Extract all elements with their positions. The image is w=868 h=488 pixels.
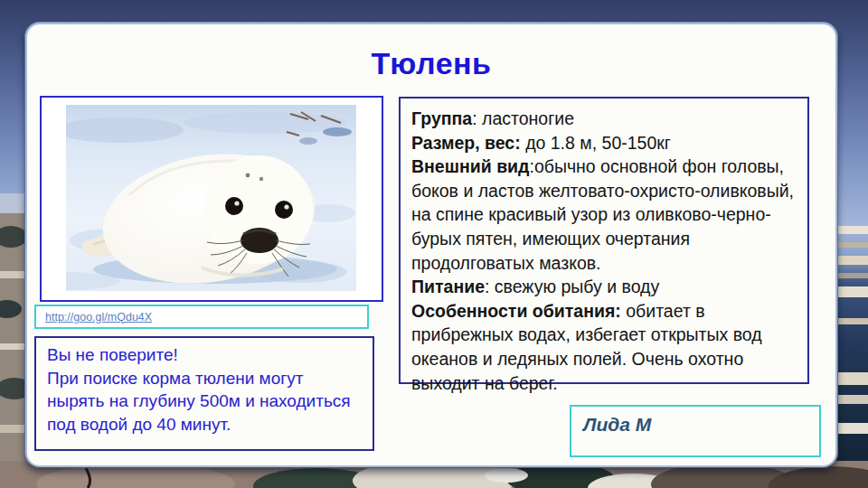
seal-photo-frame: [40, 96, 383, 302]
author-box: Лида М: [570, 405, 821, 457]
info-label: Внешний вид: [411, 156, 529, 176]
slide-panel: Тюлень: [25, 23, 837, 467]
fact-line-2: При поиске корма тюлени могут нырять на …: [47, 367, 362, 436]
info-label: Размер, вес:: [411, 133, 521, 153]
info-text: до 1.8 м, 50-150кг: [521, 133, 671, 153]
info-item-group: Группа: ластоногие: [411, 107, 797, 131]
info-label: Группа: [411, 108, 472, 128]
info-item-habitat: Особенности обитания: обитает в прибрежн…: [411, 299, 797, 395]
author-name: Лида М: [583, 414, 651, 435]
info-label: Питание: [411, 277, 485, 296]
info-item-appearance: Внешний вид:обычно основной фон головы, …: [411, 155, 797, 275]
info-box: Группа: ластоногие Размер, вес: до 1.8 м…: [399, 97, 809, 384]
info-text: : свежую рыбу и воду: [485, 277, 659, 296]
source-link-box: http://goo.gl/mQdu4X: [34, 305, 369, 329]
source-link[interactable]: http://goo.gl/mQdu4X: [45, 311, 152, 324]
info-item-size: Размер, вес: до 1.8 м, 50-150кг: [411, 131, 797, 155]
info-label: Особенности обитания:: [411, 301, 621, 321]
fact-box: Вы не поверите! При поиске корма тюлени …: [34, 336, 374, 451]
page-title: Тюлень: [27, 46, 835, 81]
info-text: : ластоногие: [472, 108, 574, 128]
seal-photo: [66, 105, 356, 291]
info-item-food: Питание: свежую рыбу и воду: [411, 275, 797, 299]
fact-line-1: Вы не поверите!: [47, 343, 362, 367]
